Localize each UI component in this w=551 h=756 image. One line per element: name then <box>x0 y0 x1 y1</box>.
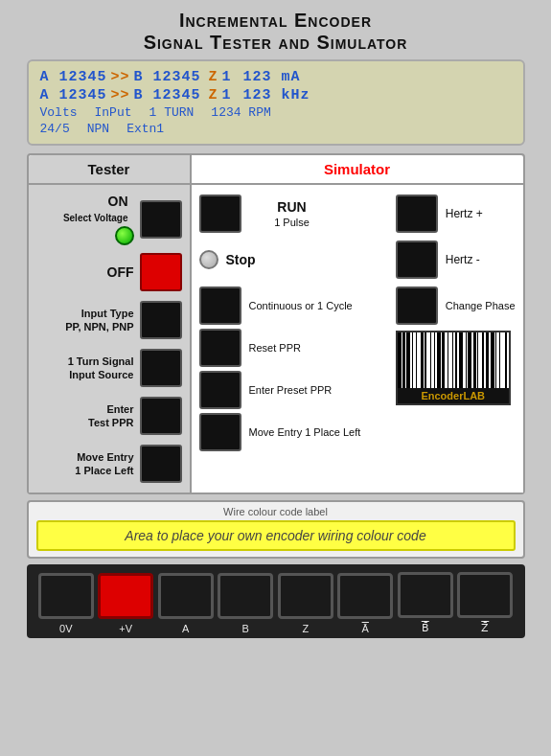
bottom-btn-label-6: B̄ <box>422 622 429 634</box>
panel-header: Tester Simulator <box>29 155 523 185</box>
display-ma: 123 mA <box>243 69 301 85</box>
run-button[interactable] <box>199 195 241 233</box>
bottom-btn-wrap-1: +V <box>98 573 153 634</box>
enter-preset-button[interactable] <box>199 371 241 409</box>
sim-hertz-minus-row: Hertz - <box>396 239 480 281</box>
bottom-btn-label-7: Z̄ <box>481 622 489 634</box>
tester-turn-signal-row: 1 Turn SignalInput Source <box>36 347 182 389</box>
display-a2: A 12345 <box>40 87 107 103</box>
sim-continuous-row: Continuous or 1 Cycle <box>199 285 388 327</box>
barcode-area: EncoderLAB <box>396 331 511 405</box>
tester-on-row: ON Select Voltage <box>36 193 182 245</box>
bottom-btn-Ā[interactable] <box>337 573 393 619</box>
sim-enter-preset-row: Enter Preset PPR <box>199 369 388 411</box>
sim-continuous-label: Continuous or 1 Cycle <box>249 299 353 312</box>
sim-reset-ppr-label: Reset PPR <box>249 341 301 355</box>
bottom-btn-wrap-0: 0V <box>38 573 94 634</box>
hertz-plus-button[interactable] <box>396 195 438 233</box>
sim-change-phase-label: Change Phase <box>446 299 516 312</box>
bottom-btn-label-2: A <box>182 623 189 634</box>
change-phase-button[interactable] <box>396 286 438 325</box>
sim-hertz-plus-row: Hertz + <box>396 193 483 235</box>
display-npn: NPN <box>87 122 109 136</box>
hertz-minus-button[interactable] <box>396 241 438 279</box>
turn-signal-button[interactable] <box>140 349 182 387</box>
bottom-btn-Z̄[interactable] <box>457 572 513 618</box>
bottom-btn-label-5: Ā <box>362 623 369 634</box>
display-1a: 1 <box>222 69 232 85</box>
display-rpm: 1234 RPM <box>211 105 270 120</box>
title-line2: Signal Tester and Simulator <box>0 32 551 54</box>
bottom-btn-wrap-3: B <box>218 573 273 634</box>
sim-stop-label: Stop <box>226 252 256 267</box>
off-button[interactable] <box>140 253 182 291</box>
continuous-button[interactable] <box>199 286 241 325</box>
bottom-btn-label-4: Z <box>302 623 309 634</box>
bottom-btn-A[interactable] <box>158 573 214 619</box>
reset-ppr-button[interactable] <box>199 329 241 367</box>
display-input: InPut <box>95 105 132 120</box>
display-volts: Volts <box>40 105 78 120</box>
sim-run-sub: 1 Pulse <box>274 217 310 228</box>
bottom-btn-label-0: 0V <box>59 623 72 634</box>
panel-body: ON Select Voltage OFF Input TypePP, NPN,… <box>29 185 523 493</box>
sim-hertz-minus-label: Hertz - <box>446 253 480 266</box>
tester-enter-ppr-row: EnterTest PPR <box>36 395 182 437</box>
tester-move-entry-label: Move Entry1 Place Left <box>36 450 140 478</box>
bottom-btn-B[interactable] <box>218 573 273 619</box>
tester-move-entry-row: Move Entry1 Place Left <box>36 443 182 485</box>
sim-move-entry-label: Move Entry 1 Place Left <box>249 425 361 439</box>
bottom-btn-B̄[interactable] <box>398 572 453 618</box>
bottom-btn-0V[interactable] <box>38 573 94 619</box>
display-a1: A 12345 <box>40 69 107 85</box>
display-extn: Extn1 <box>126 122 164 136</box>
tester-header: Tester <box>29 155 192 185</box>
wire-area-label: Wire colour code label <box>36 506 516 517</box>
bottom-btn-wrap-7: Z̄ <box>457 572 513 634</box>
led-green <box>115 226 134 245</box>
display-b2: B 12345 <box>134 87 201 103</box>
tester-select-voltage: Select Voltage <box>63 212 134 224</box>
tester-column: ON Select Voltage OFF Input TypePP, NPN,… <box>29 185 192 493</box>
display-1b: 1 <box>222 87 232 103</box>
bottom-btn-+V[interactable] <box>98 573 153 619</box>
tester-on-label: ON <box>108 193 134 210</box>
sim-move-entry-row: Move Entry 1 Place Left <box>199 411 388 453</box>
simulator-header: Simulator <box>192 155 523 185</box>
bottom-btn-wrap-2: A <box>158 573 214 634</box>
sim-run-section: RUN 1 Pulse <box>249 199 335 228</box>
bottom-btn-Z[interactable] <box>278 573 333 619</box>
wire-code-box: Area to place your own encoder wiring co… <box>36 520 516 551</box>
display-row-2: A 12345 >> B 12345 Z 1 123 kHz <box>40 87 512 103</box>
display-row-1: A 12345 >> B 12345 Z 1 123 mA <box>40 69 512 85</box>
display-b1: B 12345 <box>134 69 201 85</box>
input-type-button[interactable] <box>140 301 182 339</box>
barcode-stripes <box>398 332 509 388</box>
display-arrow2: >> <box>111 87 130 103</box>
display-z1: Z <box>209 69 218 85</box>
tester-off-row: OFF <box>36 251 182 293</box>
simulator-column: RUN 1 Pulse Stop Continuo <box>192 185 523 493</box>
bottom-btn-label-3: B <box>242 623 249 634</box>
sim-reset-ppr-row: Reset PPR <box>199 327 388 369</box>
move-entry-button[interactable] <box>140 445 182 483</box>
main-panel: Tester Simulator ON Select Voltage OFF <box>27 153 525 494</box>
bottom-btn-label-1: +V <box>119 623 132 634</box>
display-z2: Z <box>209 87 218 103</box>
display-khz: 123 kHz <box>243 87 310 103</box>
on-button[interactable] <box>140 200 182 239</box>
encoderlab-label: EncoderLAB <box>398 388 509 403</box>
enter-ppr-button[interactable] <box>140 397 182 435</box>
tester-turn-signal-label: 1 Turn SignalInput Source <box>36 355 140 382</box>
wire-area: Wire colour code label Area to place you… <box>27 500 525 559</box>
sim-run-label: RUN <box>277 199 306 215</box>
tester-input-type-label: Input TypePP, NPN, PNP <box>36 307 140 334</box>
tester-enter-ppr-label: EnterTest PPR <box>36 402 140 430</box>
sim-run-row: RUN 1 Pulse <box>199 193 388 235</box>
sim-change-phase-row: Change Phase <box>396 285 516 327</box>
title-line1: Incremental Encoder <box>0 10 551 32</box>
sim-move-entry-button[interactable] <box>199 413 241 451</box>
sim-hertz-plus-label: Hertz + <box>446 207 483 220</box>
display-voltage: 24/5 <box>40 122 70 136</box>
sim-enter-preset-label: Enter Preset PPR <box>249 383 333 397</box>
